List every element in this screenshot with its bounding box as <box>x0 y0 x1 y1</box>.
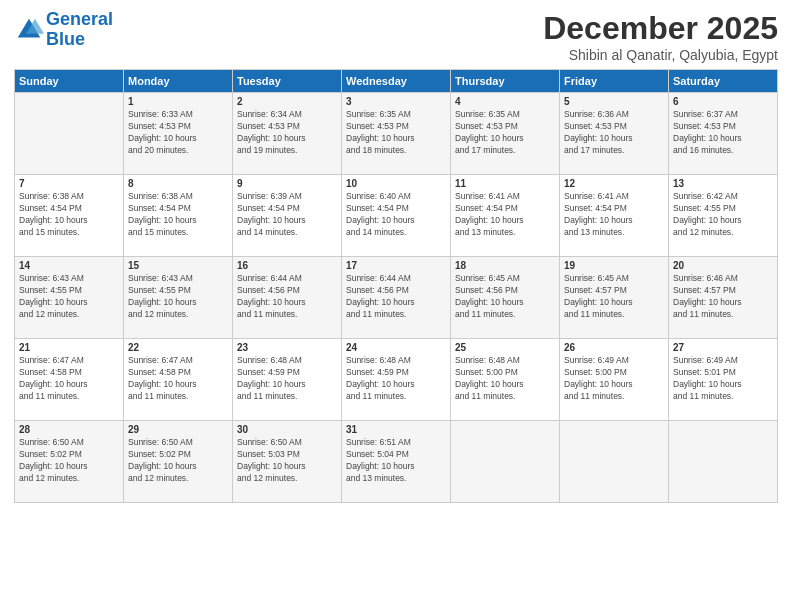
day-number: 15 <box>128 260 228 271</box>
calendar-cell: 2Sunrise: 6:34 AM Sunset: 4:53 PM Daylig… <box>233 93 342 175</box>
day-number: 27 <box>673 342 773 353</box>
day-info: Sunrise: 6:51 AM Sunset: 5:04 PM Dayligh… <box>346 437 446 485</box>
day-number: 2 <box>237 96 337 107</box>
page: General Blue December 2025 Shibin al Qan… <box>0 0 792 612</box>
calendar-cell <box>15 93 124 175</box>
logo-text: General Blue <box>46 10 113 50</box>
calendar-cell: 1Sunrise: 6:33 AM Sunset: 4:53 PM Daylig… <box>124 93 233 175</box>
day-number: 3 <box>346 96 446 107</box>
calendar-cell: 16Sunrise: 6:44 AM Sunset: 4:56 PM Dayli… <box>233 257 342 339</box>
week-row-1: 1Sunrise: 6:33 AM Sunset: 4:53 PM Daylig… <box>15 93 778 175</box>
day-number: 1 <box>128 96 228 107</box>
day-number: 11 <box>455 178 555 189</box>
logo-line2: Blue <box>46 29 85 49</box>
header: General Blue December 2025 Shibin al Qan… <box>14 10 778 63</box>
calendar-cell: 4Sunrise: 6:35 AM Sunset: 4:53 PM Daylig… <box>451 93 560 175</box>
calendar-cell: 12Sunrise: 6:41 AM Sunset: 4:54 PM Dayli… <box>560 175 669 257</box>
logo-icon <box>14 15 44 45</box>
col-header-wednesday: Wednesday <box>342 70 451 93</box>
title-block: December 2025 Shibin al Qanatir, Qalyubi… <box>543 10 778 63</box>
day-number: 25 <box>455 342 555 353</box>
day-number: 31 <box>346 424 446 435</box>
day-number: 26 <box>564 342 664 353</box>
day-info: Sunrise: 6:47 AM Sunset: 4:58 PM Dayligh… <box>128 355 228 403</box>
day-info: Sunrise: 6:50 AM Sunset: 5:02 PM Dayligh… <box>128 437 228 485</box>
day-info: Sunrise: 6:44 AM Sunset: 4:56 PM Dayligh… <box>346 273 446 321</box>
logo: General Blue <box>14 10 113 50</box>
day-number: 12 <box>564 178 664 189</box>
col-header-monday: Monday <box>124 70 233 93</box>
day-number: 5 <box>564 96 664 107</box>
day-info: Sunrise: 6:39 AM Sunset: 4:54 PM Dayligh… <box>237 191 337 239</box>
logo-line1: General <box>46 9 113 29</box>
calendar-cell <box>451 421 560 503</box>
calendar-cell: 27Sunrise: 6:49 AM Sunset: 5:01 PM Dayli… <box>669 339 778 421</box>
day-info: Sunrise: 6:41 AM Sunset: 4:54 PM Dayligh… <box>455 191 555 239</box>
calendar-cell: 13Sunrise: 6:42 AM Sunset: 4:55 PM Dayli… <box>669 175 778 257</box>
calendar-cell: 18Sunrise: 6:45 AM Sunset: 4:56 PM Dayli… <box>451 257 560 339</box>
calendar-cell: 8Sunrise: 6:38 AM Sunset: 4:54 PM Daylig… <box>124 175 233 257</box>
calendar-cell: 20Sunrise: 6:46 AM Sunset: 4:57 PM Dayli… <box>669 257 778 339</box>
day-info: Sunrise: 6:33 AM Sunset: 4:53 PM Dayligh… <box>128 109 228 157</box>
day-info: Sunrise: 6:50 AM Sunset: 5:03 PM Dayligh… <box>237 437 337 485</box>
day-info: Sunrise: 6:37 AM Sunset: 4:53 PM Dayligh… <box>673 109 773 157</box>
day-info: Sunrise: 6:47 AM Sunset: 4:58 PM Dayligh… <box>19 355 119 403</box>
day-number: 30 <box>237 424 337 435</box>
day-number: 17 <box>346 260 446 271</box>
calendar-cell: 9Sunrise: 6:39 AM Sunset: 4:54 PM Daylig… <box>233 175 342 257</box>
day-number: 21 <box>19 342 119 353</box>
day-number: 24 <box>346 342 446 353</box>
calendar-cell: 31Sunrise: 6:51 AM Sunset: 5:04 PM Dayli… <box>342 421 451 503</box>
calendar-cell: 6Sunrise: 6:37 AM Sunset: 4:53 PM Daylig… <box>669 93 778 175</box>
calendar-cell: 3Sunrise: 6:35 AM Sunset: 4:53 PM Daylig… <box>342 93 451 175</box>
day-info: Sunrise: 6:40 AM Sunset: 4:54 PM Dayligh… <box>346 191 446 239</box>
calendar-cell: 15Sunrise: 6:43 AM Sunset: 4:55 PM Dayli… <box>124 257 233 339</box>
day-info: Sunrise: 6:43 AM Sunset: 4:55 PM Dayligh… <box>128 273 228 321</box>
calendar-cell: 30Sunrise: 6:50 AM Sunset: 5:03 PM Dayli… <box>233 421 342 503</box>
col-header-saturday: Saturday <box>669 70 778 93</box>
week-row-5: 28Sunrise: 6:50 AM Sunset: 5:02 PM Dayli… <box>15 421 778 503</box>
day-info: Sunrise: 6:48 AM Sunset: 5:00 PM Dayligh… <box>455 355 555 403</box>
calendar-cell: 29Sunrise: 6:50 AM Sunset: 5:02 PM Dayli… <box>124 421 233 503</box>
day-number: 7 <box>19 178 119 189</box>
calendar-cell: 25Sunrise: 6:48 AM Sunset: 5:00 PM Dayli… <box>451 339 560 421</box>
day-info: Sunrise: 6:42 AM Sunset: 4:55 PM Dayligh… <box>673 191 773 239</box>
day-info: Sunrise: 6:34 AM Sunset: 4:53 PM Dayligh… <box>237 109 337 157</box>
week-row-4: 21Sunrise: 6:47 AM Sunset: 4:58 PM Dayli… <box>15 339 778 421</box>
calendar-table: SundayMondayTuesdayWednesdayThursdayFrid… <box>14 69 778 503</box>
calendar-cell: 26Sunrise: 6:49 AM Sunset: 5:00 PM Dayli… <box>560 339 669 421</box>
day-info: Sunrise: 6:50 AM Sunset: 5:02 PM Dayligh… <box>19 437 119 485</box>
day-info: Sunrise: 6:41 AM Sunset: 4:54 PM Dayligh… <box>564 191 664 239</box>
day-number: 22 <box>128 342 228 353</box>
day-number: 29 <box>128 424 228 435</box>
calendar-cell: 24Sunrise: 6:48 AM Sunset: 4:59 PM Dayli… <box>342 339 451 421</box>
calendar-cell: 5Sunrise: 6:36 AM Sunset: 4:53 PM Daylig… <box>560 93 669 175</box>
day-number: 14 <box>19 260 119 271</box>
day-number: 20 <box>673 260 773 271</box>
day-info: Sunrise: 6:49 AM Sunset: 5:00 PM Dayligh… <box>564 355 664 403</box>
day-number: 18 <box>455 260 555 271</box>
day-info: Sunrise: 6:44 AM Sunset: 4:56 PM Dayligh… <box>237 273 337 321</box>
day-number: 23 <box>237 342 337 353</box>
col-header-thursday: Thursday <box>451 70 560 93</box>
calendar-cell: 11Sunrise: 6:41 AM Sunset: 4:54 PM Dayli… <box>451 175 560 257</box>
day-info: Sunrise: 6:45 AM Sunset: 4:57 PM Dayligh… <box>564 273 664 321</box>
day-number: 16 <box>237 260 337 271</box>
col-header-sunday: Sunday <box>15 70 124 93</box>
day-info: Sunrise: 6:36 AM Sunset: 4:53 PM Dayligh… <box>564 109 664 157</box>
calendar-cell: 21Sunrise: 6:47 AM Sunset: 4:58 PM Dayli… <box>15 339 124 421</box>
calendar-cell: 23Sunrise: 6:48 AM Sunset: 4:59 PM Dayli… <box>233 339 342 421</box>
day-number: 9 <box>237 178 337 189</box>
day-info: Sunrise: 6:35 AM Sunset: 4:53 PM Dayligh… <box>455 109 555 157</box>
day-info: Sunrise: 6:43 AM Sunset: 4:55 PM Dayligh… <box>19 273 119 321</box>
day-number: 10 <box>346 178 446 189</box>
day-info: Sunrise: 6:46 AM Sunset: 4:57 PM Dayligh… <box>673 273 773 321</box>
calendar-cell <box>560 421 669 503</box>
week-row-2: 7Sunrise: 6:38 AM Sunset: 4:54 PM Daylig… <box>15 175 778 257</box>
day-info: Sunrise: 6:48 AM Sunset: 4:59 PM Dayligh… <box>237 355 337 403</box>
calendar-cell: 19Sunrise: 6:45 AM Sunset: 4:57 PM Dayli… <box>560 257 669 339</box>
day-number: 6 <box>673 96 773 107</box>
week-row-3: 14Sunrise: 6:43 AM Sunset: 4:55 PM Dayli… <box>15 257 778 339</box>
day-number: 19 <box>564 260 664 271</box>
col-header-tuesday: Tuesday <box>233 70 342 93</box>
